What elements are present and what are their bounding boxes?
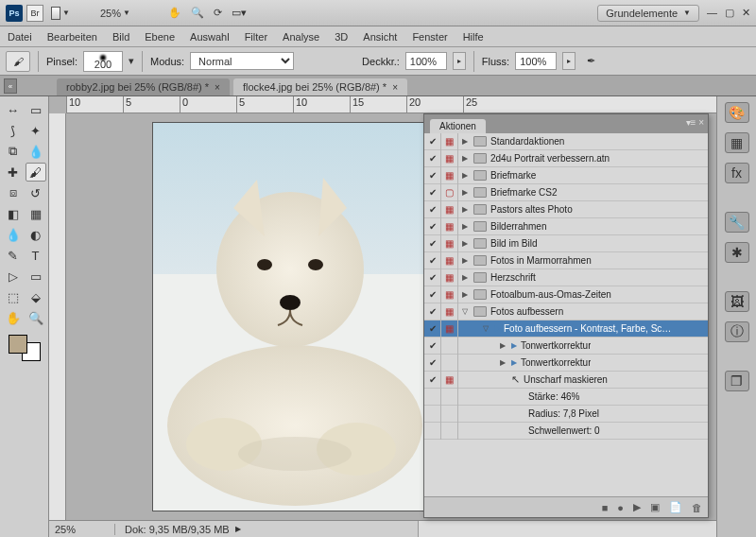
menu-fenster[interactable]: Fenster [412, 31, 447, 43]
toggle-checkbox[interactable]: ✔ [424, 252, 441, 269]
dialog-toggle[interactable]: ▦ [441, 303, 458, 320]
3d-tool[interactable]: ⬚ [3, 287, 24, 306]
dialog-toggle[interactable] [441, 355, 458, 372]
opacity-arrow[interactable]: ▸ [453, 52, 466, 70]
eraser-tool[interactable]: ◧ [3, 204, 24, 223]
dialog-toggle[interactable]: ▦ [441, 150, 458, 167]
expand-arrow-icon[interactable]: ▶ [460, 290, 470, 299]
action-row[interactable]: ✔▦▽▶Foto aufbessern - Kontrast, Farbe, S… [424, 320, 708, 338]
3d-camera-tool[interactable]: ⬙ [26, 287, 46, 306]
action-row[interactable]: Schwellenwert: 0 [424, 423, 708, 440]
dialog-toggle[interactable]: ▦ [441, 269, 458, 286]
screen-mode-icon[interactable]: ▭▾ [232, 7, 247, 19]
expand-arrow-icon[interactable]: ▶ [460, 239, 470, 248]
lasso-tool[interactable]: ⟆ [3, 121, 24, 140]
action-row[interactable]: ✔▦▶Standardaktionen [424, 133, 708, 150]
expand-arrow-icon[interactable]: ▽ [481, 324, 490, 333]
delete-icon[interactable]: 🗑 [692, 502, 702, 513]
dialog-toggle[interactable]: ▦ [441, 286, 458, 303]
info-panel-icon[interactable]: ⓘ [725, 321, 749, 342]
move-tool[interactable]: ↔ [3, 100, 24, 119]
menu-bearbeiten[interactable]: Bearbeiten [47, 31, 97, 43]
menu-analyse[interactable]: Analyse [283, 31, 319, 43]
type-tool[interactable]: T [26, 246, 46, 265]
toggle-checkbox[interactable]: ✔ [424, 269, 441, 286]
toggle-checkbox[interactable]: ✔ [424, 372, 441, 389]
action-row[interactable]: ✔▦▶2d4u Portrait verbessern.atn [424, 150, 708, 167]
flow-arrow[interactable]: ▸ [562, 52, 576, 70]
toggle-checkbox[interactable]: ✔ [424, 286, 441, 303]
brush-tool[interactable]: 🖌 [26, 163, 46, 182]
dialog-toggle[interactable]: ▦ [441, 133, 458, 150]
pen-tool[interactable]: ✎ [3, 246, 24, 265]
airbrush-icon[interactable]: ✒ [587, 55, 595, 67]
actions-panel-header[interactable]: Aktionen ▾≡ × [424, 114, 708, 133]
dialog-toggle[interactable] [441, 423, 458, 440]
mode-select[interactable]: Normal [190, 52, 294, 70]
zoom-tool-icon[interactable]: 🔍 [191, 7, 204, 19]
toggle-checkbox[interactable]: ✔ [424, 320, 441, 338]
eyedropper-tool[interactable]: 💧 [26, 142, 46, 161]
dialog-toggle[interactable] [441, 406, 458, 423]
toggle-checkbox[interactable]: ✔ [424, 355, 441, 372]
maximize-icon[interactable]: ▢ [725, 7, 734, 19]
toggle-checkbox[interactable] [424, 389, 441, 406]
marquee-tool[interactable]: ▭ [26, 100, 46, 119]
shape-tool[interactable]: ▭ [26, 267, 46, 286]
close-icon[interactable]: ✕ [742, 7, 750, 19]
record-icon[interactable]: ● [617, 502, 624, 513]
dialog-toggle[interactable]: ▦ [441, 235, 458, 252]
close-tab-icon[interactable]: × [392, 82, 398, 93]
adjustments-panel-icon[interactable]: 🔧 [725, 212, 749, 233]
expand-arrow-icon[interactable]: ▶ [460, 188, 470, 197]
menu-datei[interactable]: Datei [8, 31, 32, 43]
color-panel-icon[interactable]: 🎨 [725, 102, 749, 123]
document-canvas[interactable] [153, 123, 427, 511]
toggle-checkbox[interactable]: ✔ [424, 338, 441, 355]
expand-arrow-icon[interactable]: ▽ [460, 307, 470, 316]
blur-tool[interactable]: 💧 [3, 225, 24, 244]
new-action-icon[interactable]: 📄 [669, 501, 682, 513]
menu-ebene[interactable]: Ebene [145, 31, 175, 43]
expand-arrow-icon[interactable]: ▶ [498, 341, 507, 350]
dialog-toggle[interactable]: ▦ [441, 201, 458, 218]
dialog-toggle[interactable] [441, 389, 458, 406]
wand-tool[interactable]: ✦ [26, 121, 46, 140]
action-row[interactable]: ✔▦▶Pastors altes Photo [424, 201, 708, 218]
menu-auswahl[interactable]: Auswahl [190, 31, 230, 43]
action-row[interactable]: ✔▦▶Herzschrift [424, 269, 708, 286]
panel-menu-icon[interactable]: ▾≡ × [686, 117, 704, 128]
toggle-checkbox[interactable]: ✔ [424, 218, 441, 235]
toggle-checkbox[interactable]: ✔ [424, 235, 441, 252]
play-icon[interactable]: ▶ [633, 501, 641, 513]
action-row[interactable]: ✔▶▶Tonwertkorrektur [424, 338, 708, 355]
action-row[interactable]: ✔▦▶Briefmarke [424, 167, 708, 184]
doc-tab-flocke4[interactable]: flocke4.jpg bei 25% (RGB/8#) *× [233, 78, 407, 95]
close-tab-icon[interactable]: × [215, 82, 220, 93]
dialog-toggle[interactable]: ▢ [441, 184, 458, 201]
dodge-tool[interactable]: ◐ [26, 225, 46, 244]
dialog-toggle[interactable]: ▦ [441, 218, 458, 235]
action-row[interactable]: ✔▶▶Tonwertkorrektur [424, 355, 708, 372]
menu-hilfe[interactable]: Hilfe [463, 31, 484, 43]
toggle-checkbox[interactable]: ✔ [424, 184, 441, 201]
action-row[interactable]: ✔▢▶Briefmarke CS2 [424, 184, 708, 201]
hand-tool-icon[interactable]: ✋ [168, 7, 181, 19]
action-row[interactable]: ✔▦▽Fotos aufbessern [424, 303, 708, 320]
action-row[interactable]: ✔▦↖Unscharf maskieren [424, 372, 708, 389]
stop-record-icon[interactable]: ■ [602, 502, 609, 513]
expand-arrow-icon[interactable]: ▶ [460, 222, 470, 231]
dialog-toggle[interactable]: ▦ [441, 320, 458, 338]
menu-ansicht[interactable]: Ansicht [363, 31, 397, 43]
filmstrip-button[interactable]: ▼ [51, 5, 70, 22]
expand-arrow-icon[interactable]: ▶ [460, 137, 470, 146]
stamp-tool[interactable]: ⧇ [3, 183, 24, 202]
workspace-selector[interactable]: Grundelemente▼ [597, 5, 699, 22]
styles-panel-icon[interactable]: fx [725, 163, 749, 183]
minimize-icon[interactable]: — [707, 7, 717, 19]
gradient-tool[interactable]: ▦ [26, 204, 46, 223]
flow-field[interactable]: 100% [515, 52, 557, 70]
hand-tool[interactable]: ✋ [3, 308, 24, 327]
layers-panel-icon[interactable]: ❐ [725, 371, 749, 391]
bridge-icon[interactable]: Br [26, 5, 43, 22]
